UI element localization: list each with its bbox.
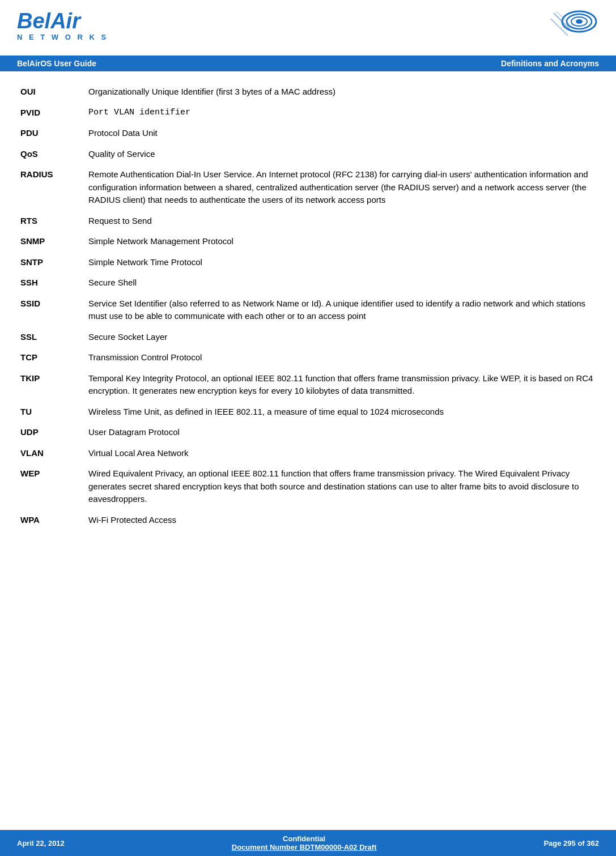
table-row: SSIDService Set Identifier (also referre…: [17, 293, 599, 327]
definition-cell: Protocol Data Unit: [85, 123, 599, 144]
footer-center: Confidential Document Number BDTM00000-A…: [232, 834, 377, 851]
table-row: OUIOrganizationally Unique Identifier (f…: [17, 82, 599, 103]
table-row: PDUProtocol Data Unit: [17, 123, 599, 144]
definition-cell: Quality of Service: [85, 144, 599, 165]
logo-networks: N E T W O R K S: [17, 33, 108, 41]
table-row: SNMPSimple Network Management Protocol: [17, 231, 599, 252]
term-cell: SNTP: [17, 252, 85, 273]
definition-cell: Temporal Key Integrity Protocol, an opti…: [85, 368, 599, 402]
table-row: SNTPSimple Network Time Protocol: [17, 252, 599, 273]
definition-cell: Remote Authentication Dial-In User Servi…: [85, 164, 599, 211]
term-cell: OUI: [17, 82, 85, 103]
table-row: RTSRequest to Send: [17, 211, 599, 232]
term-cell: QoS: [17, 144, 85, 165]
definitions-table: OUIOrganizationally Unique Identifier (f…: [17, 82, 599, 530]
definition-cell: Request to Send: [85, 211, 599, 232]
table-row: SSLSecure Socket Layer: [17, 327, 599, 348]
definition-cell: Service Set Identifier (also referred to…: [85, 293, 599, 327]
definition-cell: Simple Network Time Protocol: [85, 252, 599, 273]
svg-line-4: [554, 13, 571, 30]
table-row: VLANVirtual Local Area Network: [17, 443, 599, 464]
table-row: WPAWi-Fi Protected Access: [17, 510, 599, 531]
definition-cell: Secure Shell: [85, 272, 599, 293]
svg-point-3: [576, 19, 583, 24]
table-row: TCPTransmission Control Protocol: [17, 347, 599, 368]
table-row: TKIPTemporal Key Integrity Protocol, an …: [17, 368, 599, 402]
term-cell: RTS: [17, 211, 85, 232]
footer-date: April 22, 2012: [17, 839, 65, 848]
term-cell: VLAN: [17, 443, 85, 464]
logo-bel: Bel: [17, 9, 50, 33]
table-row: PVIDPort VLAN identifier: [17, 103, 599, 123]
term-cell: SSID: [17, 293, 85, 327]
term-cell: TCP: [17, 347, 85, 368]
term-cell: SNMP: [17, 231, 85, 252]
definition-cell: Secure Socket Layer: [85, 327, 599, 348]
content-area: OUIOrganizationally Unique Identifier (f…: [0, 82, 616, 530]
term-cell: PDU: [17, 123, 85, 144]
logo-area: BelAir N E T W O R K S: [17, 10, 108, 41]
definition-cell: Wireless Time Unit, as defined in IEEE 8…: [85, 402, 599, 423]
footer-doc-number: Document Number BDTM00000-A02 Draft: [232, 843, 377, 851]
term-cell: RADIUS: [17, 164, 85, 211]
definition-cell: Organizationally Unique Identifier (firs…: [85, 82, 599, 103]
definition-cell: Virtual Local Area Network: [85, 443, 599, 464]
term-cell: TKIP: [17, 368, 85, 402]
page-footer: April 22, 2012 Confidential Document Num…: [0, 830, 616, 856]
term-cell: SSL: [17, 327, 85, 348]
term-cell: SSH: [17, 272, 85, 293]
definition-cell: User Datagram Protocol: [85, 422, 599, 443]
svg-line-6: [556, 11, 573, 28]
table-row: RADIUSRemote Authentication Dial-In User…: [17, 164, 599, 211]
term-cell: UDP: [17, 422, 85, 443]
definition-cell: Wired Equivalent Privacy, an optional IE…: [85, 463, 599, 510]
definition-cell: Transmission Control Protocol: [85, 347, 599, 368]
table-row: SSHSecure Shell: [17, 272, 599, 293]
right-logo-icon: [548, 10, 599, 50]
footer-page: Page 295 of 362: [543, 839, 599, 848]
term-cell: PVID: [17, 103, 85, 123]
footer-confidential: Confidential: [232, 834, 377, 843]
table-row: UDPUser Datagram Protocol: [17, 422, 599, 443]
table-row: QoSQuality of Service: [17, 144, 599, 165]
term-cell: TU: [17, 402, 85, 423]
banner-right: Definitions and Acronyms: [501, 59, 599, 68]
definition-cell: Wi-Fi Protected Access: [85, 510, 599, 531]
table-row: WEPWired Equivalent Privacy, an optional…: [17, 463, 599, 510]
definition-cell: Simple Network Management Protocol: [85, 231, 599, 252]
term-cell: WPA: [17, 510, 85, 531]
page-header: BelAir N E T W O R K S: [0, 0, 616, 56]
banner-bar: BelAirOS User Guide Definitions and Acro…: [0, 56, 616, 71]
banner-left: BelAirOS User Guide: [17, 59, 96, 68]
term-cell: WEP: [17, 463, 85, 510]
table-row: TUWireless Time Unit, as defined in IEEE…: [17, 402, 599, 423]
logo-air: Air: [50, 9, 80, 33]
definition-cell: Port VLAN identifier: [85, 103, 599, 123]
belair-logo: BelAir: [17, 10, 108, 32]
